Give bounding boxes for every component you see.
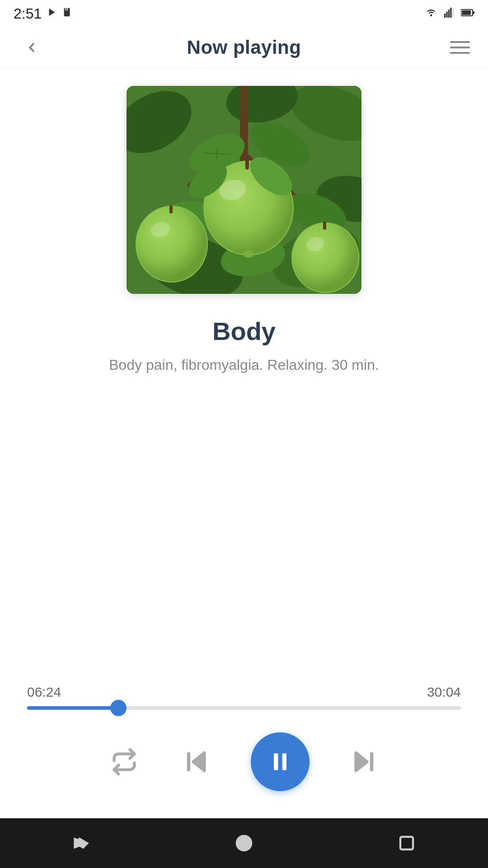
battery-icon	[461, 8, 474, 19]
progress-thumb[interactable]	[110, 700, 127, 716]
bottom-nav	[0, 818, 488, 868]
svg-rect-7	[448, 9, 450, 18]
signal-icon	[444, 8, 455, 19]
android-home-button[interactable]	[226, 825, 262, 861]
svg-marker-45	[193, 753, 205, 771]
total-time: 30:04	[427, 684, 461, 700]
menu-icon	[450, 41, 470, 43]
album-art	[127, 86, 361, 294]
android-recent-button[interactable]	[389, 825, 425, 861]
status-left: 2:51	[14, 5, 72, 22]
controls-row	[27, 732, 461, 791]
svg-rect-48	[282, 753, 286, 770]
menu-icon-line3	[450, 52, 470, 54]
svg-rect-47	[274, 753, 278, 770]
menu-button[interactable]	[443, 34, 470, 61]
svg-rect-38	[169, 205, 173, 213]
status-right	[425, 8, 474, 19]
album-art-container	[127, 86, 361, 294]
svg-point-36	[136, 207, 207, 282]
track-title: Body	[212, 316, 276, 346]
svg-marker-49	[356, 753, 367, 771]
svg-rect-33	[245, 160, 249, 170]
svg-rect-42	[323, 222, 326, 230]
android-back-button[interactable]	[63, 825, 99, 861]
player-area: 06:24 30:04	[0, 684, 488, 818]
svg-point-4	[430, 14, 432, 17]
status-time: 2:51	[14, 5, 42, 22]
svg-marker-0	[49, 9, 55, 16]
previous-button[interactable]	[178, 744, 215, 780]
progress-times: 06:24 30:04	[27, 684, 461, 700]
next-button[interactable]	[346, 744, 382, 780]
pause-button[interactable]	[251, 732, 310, 791]
svg-rect-11	[473, 11, 474, 14]
progress-bar[interactable]	[27, 706, 461, 710]
play-status-icon	[47, 7, 57, 20]
status-bar: 2:51	[0, 0, 488, 27]
top-nav: Now playing	[0, 27, 488, 68]
repeat-button[interactable]	[106, 744, 142, 780]
svg-rect-8	[450, 8, 451, 18]
svg-rect-6	[446, 12, 447, 18]
main-content: Body Body pain, fibromyalgia. Relaxing. …	[0, 68, 488, 684]
svg-point-40	[292, 223, 358, 292]
svg-rect-12	[462, 10, 471, 15]
page-title: Now playing	[187, 37, 301, 58]
svg-rect-55	[400, 837, 413, 849]
svg-rect-9	[452, 8, 454, 18]
menu-icon-line2	[450, 47, 470, 48]
sdcard-status-icon	[62, 7, 72, 20]
svg-point-34	[243, 250, 254, 258]
back-button[interactable]	[18, 34, 45, 61]
svg-rect-5	[444, 14, 446, 18]
progress-fill	[27, 706, 118, 710]
current-time: 06:24	[27, 684, 61, 700]
wifi-icon	[425, 8, 437, 19]
svg-point-54	[236, 835, 253, 852]
track-description: Body pain, fibromyalgia. Relaxing. 30 mi…	[109, 357, 379, 373]
